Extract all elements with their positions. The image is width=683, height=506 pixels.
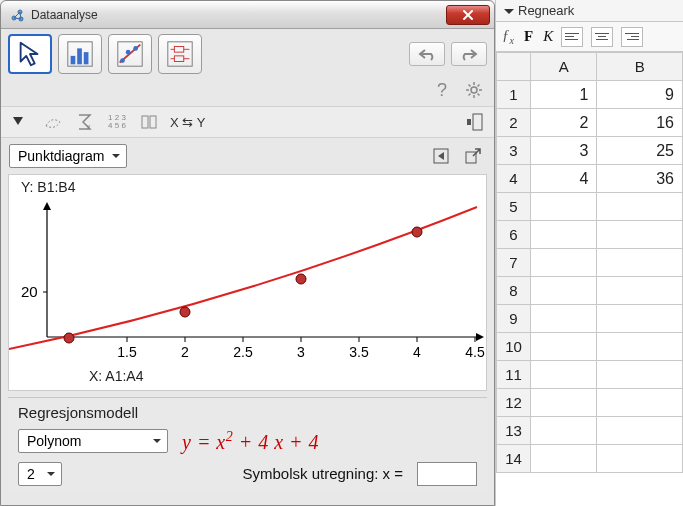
boxplot-tool-button[interactable] <box>158 34 202 74</box>
data-point[interactable] <box>296 274 306 284</box>
row-header[interactable]: 11 <box>497 361 531 389</box>
cell-A12[interactable] <box>531 389 597 417</box>
svg-marker-28 <box>13 117 23 125</box>
row-header[interactable]: 8 <box>497 277 531 305</box>
cell-B10[interactable] <box>597 333 683 361</box>
cell-A3[interactable]: 3 <box>531 137 597 165</box>
row-header[interactable]: 13 <box>497 417 531 445</box>
regression-model-dropdown[interactable]: Polynom <box>18 429 168 453</box>
cell-B1[interactable]: 9 <box>597 81 683 109</box>
regression-panel: Regresjonsmodell Polynom y = x2 + 4 x + … <box>8 397 487 492</box>
bold-button[interactable]: F <box>518 28 533 45</box>
titlebar[interactable]: Dataanalyse <box>1 1 494 29</box>
settings-button[interactable] <box>461 79 487 101</box>
row-header[interactable]: 3 <box>497 137 531 165</box>
scatter-plot[interactable]: 20 1.5 2 2.5 3 3.5 4 4.5 <box>9 197 487 362</box>
cell-B12[interactable] <box>597 389 683 417</box>
cell-B14[interactable] <box>597 445 683 473</box>
corner-cell[interactable] <box>497 53 531 81</box>
swap-xy-button[interactable]: X ⇆ Y <box>168 115 205 130</box>
cell-A7[interactable] <box>531 249 597 277</box>
cell-A13[interactable] <box>531 417 597 445</box>
spreadsheet-toolbar: ƒx F K <box>496 22 683 52</box>
table-row: 3325 <box>497 137 683 165</box>
svg-line-24 <box>469 85 471 87</box>
svg-rect-5 <box>77 48 82 64</box>
cell-A2[interactable]: 2 <box>531 109 597 137</box>
cell-B9[interactable] <box>597 305 683 333</box>
svg-rect-30 <box>142 116 148 128</box>
geogebra-icon <box>9 7 25 23</box>
prev-plot-button[interactable] <box>428 145 454 167</box>
help-button[interactable]: ? <box>429 79 455 101</box>
disclose-icon <box>504 9 514 19</box>
align-left-button[interactable] <box>561 27 583 47</box>
svg-point-9 <box>120 58 125 63</box>
fx-icon[interactable]: ƒx <box>502 27 514 46</box>
data-point[interactable] <box>180 307 190 317</box>
options-menu-button[interactable] <box>8 111 34 133</box>
row-header[interactable]: 14 <box>497 445 531 473</box>
cell-A4[interactable]: 4 <box>531 165 597 193</box>
italic-button[interactable]: K <box>537 28 553 45</box>
sum-button[interactable]: x <box>72 111 98 133</box>
cell-A9[interactable] <box>531 305 597 333</box>
plot-x-label: X: A1:A4 <box>9 362 486 390</box>
svg-marker-35 <box>438 152 444 160</box>
number-format-button[interactable]: 1 2 34 5 6 <box>104 111 130 133</box>
col-header-B[interactable]: B <box>597 53 683 81</box>
cell-B2[interactable]: 16 <box>597 109 683 137</box>
popup-plot-button[interactable] <box>460 145 486 167</box>
chart-type-dropdown[interactable]: Punktdiagram <box>9 144 127 168</box>
bar-chart-tool-button[interactable] <box>58 34 102 74</box>
close-button[interactable] <box>446 5 490 25</box>
row-header[interactable]: 4 <box>497 165 531 193</box>
row-header[interactable]: 2 <box>497 109 531 137</box>
cell-A8[interactable] <box>531 277 597 305</box>
cell-B6[interactable] <box>597 221 683 249</box>
table-row: 13 <box>497 417 683 445</box>
cell-A5[interactable] <box>531 193 597 221</box>
row-header[interactable]: 7 <box>497 249 531 277</box>
row-header[interactable]: 10 <box>497 333 531 361</box>
redo-button[interactable] <box>451 42 487 66</box>
regression-degree-dropdown[interactable]: 2 <box>18 462 62 486</box>
cell-A10[interactable] <box>531 333 597 361</box>
show-data-button[interactable] <box>40 111 66 133</box>
cell-B11[interactable] <box>597 361 683 389</box>
cell-B3[interactable]: 25 <box>597 137 683 165</box>
row-header[interactable]: 9 <box>497 305 531 333</box>
spreadsheet-header[interactable]: Regneark <box>496 0 683 22</box>
cell-B8[interactable] <box>597 277 683 305</box>
cell-A14[interactable] <box>531 445 597 473</box>
row-header[interactable]: 5 <box>497 193 531 221</box>
align-right-button[interactable] <box>621 27 643 47</box>
scatter-tool-button[interactable] <box>108 34 152 74</box>
svg-text:3: 3 <box>297 344 305 360</box>
cell-B5[interactable] <box>597 193 683 221</box>
cell-A6[interactable] <box>531 221 597 249</box>
dialog-title: Dataanalyse <box>29 8 446 22</box>
symbolic-input[interactable] <box>417 462 477 486</box>
svg-rect-17 <box>174 56 183 62</box>
row-header[interactable]: 12 <box>497 389 531 417</box>
col-header-A[interactable]: A <box>531 53 597 81</box>
cell-B4[interactable]: 36 <box>597 165 683 193</box>
undo-button[interactable] <box>409 42 445 66</box>
row-header[interactable]: 1 <box>497 81 531 109</box>
cell-B7[interactable] <box>597 249 683 277</box>
cell-A1[interactable]: 1 <box>531 81 597 109</box>
chart-type-row: Punktdiagram <box>1 138 494 174</box>
table-row: 12 <box>497 389 683 417</box>
data-point[interactable] <box>412 227 422 237</box>
row-header[interactable]: 6 <box>497 221 531 249</box>
two-column-button[interactable] <box>136 111 162 133</box>
data-point[interactable] <box>64 333 74 343</box>
cell-B13[interactable] <box>597 417 683 445</box>
cell-A11[interactable] <box>531 361 597 389</box>
align-center-button[interactable] <box>591 27 613 47</box>
minimize-panel-button[interactable] <box>461 111 487 133</box>
regression-formula: y = x2 + 4 x + 4 <box>182 429 319 454</box>
spreadsheet-grid[interactable]: A B 119221633254436567891011121314 <box>496 52 683 506</box>
move-tool-button[interactable] <box>8 34 52 74</box>
